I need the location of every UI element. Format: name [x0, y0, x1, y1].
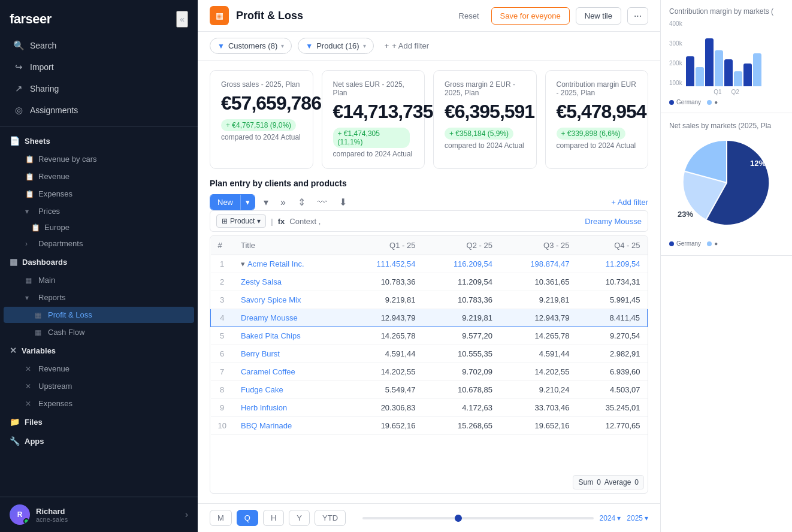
legend-dot — [669, 100, 674, 105]
sidebar-item-expenses[interactable]: 📋 Expenses — [4, 186, 194, 202]
toolbar-download[interactable]: ⬇ — [335, 194, 350, 210]
sidebar-item-revenue-by-cars[interactable]: 📋 Revenue by cars — [4, 151, 194, 167]
table-row[interactable]: 3Savory Spice Mix9.219,8110.783,369.219,… — [211, 291, 648, 309]
row-num: 8 — [211, 381, 234, 399]
row-title[interactable]: Zesty Salsa — [234, 273, 346, 291]
row-number: 35.245,01 — [576, 399, 647, 417]
sidebar-item-label: Import — [30, 62, 54, 72]
sidebar-item-revenue[interactable]: 📋 Revenue — [4, 168, 194, 185]
more-button[interactable]: ⋯ — [627, 7, 648, 25]
col-q1: Q1 - 25 — [346, 236, 422, 255]
sidebar-section-dashboards[interactable]: ▦ Dashboards — [0, 252, 198, 271]
page-icon: ▦ — [210, 6, 229, 25]
time-btn-h[interactable]: H — [263, 510, 284, 526]
sidebar-item-label: Sharing — [30, 84, 59, 93]
time-btn-ytd[interactable]: YTD — [315, 510, 346, 526]
row-title[interactable]: BBQ Marinade — [234, 417, 346, 435]
sidebar: farseer « 🔍 Search ↪ Import ↗ Sharing ◎ … — [0, 0, 198, 532]
sidebar-section-files[interactable]: 📁 Files — [0, 412, 198, 431]
sidebar-collapse-button[interactable]: « — [176, 11, 188, 28]
sidebar-item-import[interactable]: ↪ Import — [4, 57, 194, 77]
legend-dot — [707, 100, 712, 105]
add-filter-button[interactable]: + + Add filter — [380, 38, 434, 53]
table-row[interactable]: 4Dreamy Mousse12.943,799.219,8112.943,79… — [211, 309, 648, 327]
row-title[interactable]: ▾Acme Retail Inc. — [234, 255, 346, 273]
filter-product[interactable]: ▼ Product (16) ▾ — [298, 38, 373, 54]
legend-dot — [669, 241, 674, 246]
sidebar-item-label: Search — [30, 41, 56, 50]
sidebar-item-europe[interactable]: 📋 Europe — [0, 220, 198, 235]
sidebar-item-var-expenses[interactable]: ✕ Expenses — [4, 395, 194, 412]
table-row[interactable]: 2Zesty Salsa10.783,3611.209,5410.361,651… — [211, 273, 648, 291]
sidebar-section-variables[interactable]: ✕ Variables — [0, 341, 198, 360]
legend-dot — [707, 241, 712, 246]
toolbar-chart[interactable]: 〰 — [314, 195, 331, 210]
sidebar-item-sharing[interactable]: ↗ Sharing — [4, 78, 194, 99]
table-row[interactable]: 9Herb Infusion20.306,834.172,6333.703,46… — [211, 399, 648, 417]
sidebar-item-prices[interactable]: ▾ Prices — [4, 203, 194, 219]
toolbar-forward[interactable]: » — [277, 195, 289, 210]
formula-context: Context , — [289, 217, 580, 226]
toolbar-chevron-down[interactable]: ▾ — [260, 194, 272, 210]
sum-average-tooltip: Sum 0 Average 0 — [573, 475, 644, 489]
row-title[interactable]: Herb Infusion — [234, 399, 346, 417]
table-row[interactable]: 6Berry Burst4.591,4410.555,354.591,442.9… — [211, 345, 648, 363]
bar-group-q4 — [743, 53, 761, 86]
save-button[interactable]: Save for eveyone — [491, 7, 570, 25]
sidebar-section-apps[interactable]: 🔧 Apps — [0, 431, 198, 451]
row-title[interactable]: Baked Pita Chips — [234, 327, 346, 345]
sidebar-header: farseer « — [0, 0, 198, 35]
sidebar-item-var-revenue[interactable]: ✕ Revenue — [4, 361, 194, 377]
row-title[interactable]: Fudge Cake — [234, 381, 346, 399]
new-split-button[interactable]: New ▾ — [210, 194, 255, 210]
sidebar-user[interactable]: R Richard acne-sales › — [0, 497, 198, 532]
time-btn-q[interactable]: Q — [237, 510, 258, 526]
product-filter-button[interactable]: ⊞ Product ▾ — [216, 214, 266, 228]
sidebar-section-sheets[interactable]: 📄 Sheets — [0, 131, 198, 150]
sidebar-item-departments[interactable]: › Departments — [4, 235, 194, 252]
table-row[interactable]: 8Fudge Cake5.549,4710.678,859.210,244.50… — [211, 381, 648, 399]
table-row[interactable]: 1▾Acme Retail Inc.111.452,54116.209,5419… — [211, 255, 648, 273]
time-btn-m[interactable]: M — [210, 510, 232, 526]
sidebar-item-label: Upstream — [38, 382, 72, 391]
sidebar-item-var-upstream[interactable]: ✕ Upstream — [4, 378, 194, 394]
sidebar-item-cash-flow[interactable]: ▦ Cash Flow — [4, 324, 194, 340]
sidebar-item-label: Departments — [38, 239, 83, 248]
toolbar-collapse[interactable]: ⇕ — [294, 194, 309, 210]
new-tile-button[interactable]: New tile — [576, 7, 621, 25]
row-title[interactable]: Dreamy Mousse — [234, 309, 346, 327]
reset-button[interactable]: Reset — [453, 8, 485, 24]
time-label-2025: 2025 ▾ — [627, 514, 648, 522]
row-number: 19.652,16 — [346, 417, 422, 435]
row-number: 10.734,31 — [576, 273, 647, 291]
time-btn-y[interactable]: Y — [289, 510, 310, 526]
table-row[interactable]: 5Baked Pita Chips14.265,789.577,2014.265… — [211, 327, 648, 345]
filters-bar: ▼ Customers (8) ▾ ▼ Product (16) ▾ + + A… — [198, 32, 660, 61]
new-button[interactable]: New — [210, 195, 240, 210]
new-dropdown-button[interactable]: ▾ — [240, 195, 255, 210]
sidebar-section-label: Files — [25, 418, 43, 427]
time-slider[interactable] — [362, 517, 594, 519]
row-title[interactable]: Savory Spice Mix — [234, 291, 346, 309]
kpi-tile-gross-margin: Gross margin 2 EUR - 2025, Plan €6,395,5… — [433, 70, 537, 169]
row-title[interactable]: Caramel Coffee — [234, 363, 346, 381]
sidebar-item-assignments[interactable]: ◎ Assignments — [4, 100, 194, 120]
plan-title: Plan entry by clients and products — [210, 179, 347, 188]
row-number: 10.361,65 — [500, 273, 576, 291]
filter-customers[interactable]: ▼ Customers (8) ▾ — [210, 38, 292, 54]
sidebar-item-search[interactable]: 🔍 Search — [4, 35, 194, 56]
sidebar-item-reports[interactable]: ▾ Reports — [4, 289, 194, 306]
plan-add-filter-button[interactable]: + Add filter — [611, 198, 648, 207]
table-row[interactable]: 7Caramel Coffee14.202,559.702,0914.202,5… — [211, 363, 648, 381]
data-table[interactable]: # Title Q1 - 25 Q2 - 25 Q3 - 25 Q4 - 25 … — [210, 235, 648, 494]
bar-group-q3 — [724, 59, 742, 86]
legend-label: Germany — [676, 99, 701, 105]
sidebar-item-main[interactable]: ▦ Main — [4, 272, 194, 288]
legend-germany: Germany — [669, 99, 701, 105]
sidebar-item-profit-loss[interactable]: ▦ Profit & Loss — [4, 307, 194, 323]
sheets-icon: 📄 — [10, 136, 20, 146]
row-title[interactable]: Berry Burst — [234, 345, 346, 363]
time-slider-thumb[interactable] — [455, 515, 462, 522]
table-row[interactable]: 10BBQ Marinade19.652,1615.268,6519.652,1… — [211, 417, 648, 435]
row-number: 14.265,78 — [500, 327, 576, 345]
